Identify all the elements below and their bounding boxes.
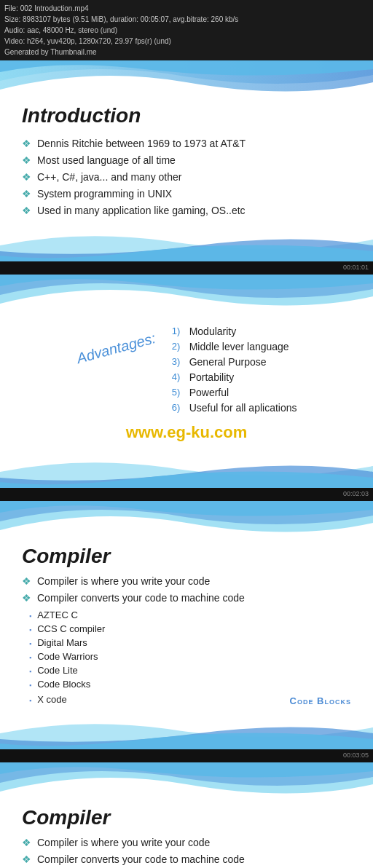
advantages-list: 1) Modularity 2) Middle lever language 3…: [172, 326, 297, 417]
adv-item-3: 3) General Purpose: [172, 356, 297, 368]
sq-icon-4: ▪: [29, 654, 31, 661]
diamond-s3-1: ❖: [22, 575, 31, 587]
adv-num-2: 2): [172, 341, 185, 352]
slide-3-main-bullets: ❖ Compiler is where you write your code …: [22, 575, 351, 604]
wave-top-3: [0, 501, 373, 537]
compiler-item-3: ▪ Digital Mars: [29, 637, 351, 648]
adv-num-6: 6): [172, 402, 185, 414]
slide-2: Advantages: 1) Modularity 2) Middle leve…: [0, 275, 373, 488]
timestamp-1: 00:01:01: [343, 264, 369, 271]
advantages-inner: Advantages: 1) Modularity 2) Middle leve…: [76, 326, 297, 417]
wave-bottom-1: [0, 232, 373, 261]
slide-1: Introduction ❖ Dennis Ritchie between 19…: [0, 60, 373, 261]
diamond-icon-5: ❖: [22, 205, 31, 216]
code-blocks-highlight-3: Code Blocks: [290, 695, 351, 706]
slide-4-content: Compiler ❖ Compiler is where you write y…: [0, 799, 373, 868]
diamond-icon-3: ❖: [22, 171, 31, 183]
sq-icon-3: ▪: [29, 640, 31, 647]
diamond-s4-1: ❖: [22, 837, 31, 848]
file-info-line1: File: 002 Introduction.mp4: [4, 3, 369, 14]
adv-item-6: 6) Useful for all aplications: [172, 402, 297, 414]
adv-item-2: 2) Middle lever language: [172, 341, 297, 352]
diamond-icon-4: ❖: [22, 188, 31, 200]
slide-4-bullet-2: ❖ Compiler converts your code to machine…: [22, 853, 351, 865]
slide-4-main-bullets: ❖ Compiler is where you write your code …: [22, 837, 351, 865]
slide-1-title: Introduction: [22, 104, 351, 127]
sq-icon-5: ▪: [29, 668, 31, 675]
slide-2-inner: Advantages: 1) Modularity 2) Middle leve…: [0, 275, 373, 488]
slide-4: Compiler ❖ Compiler is where you write y…: [0, 762, 373, 868]
slide-4-bullet-1: ❖ Compiler is where you write your code: [22, 837, 351, 848]
compiler-item-7: ▪ X code Code Blocks: [29, 693, 351, 706]
separator-2: 00:02:03: [0, 488, 373, 501]
separator-3: 00:03:05: [0, 749, 373, 762]
slide-1-bullet-5: ❖ Used in many application like gaming, …: [22, 205, 351, 216]
adv-item-1: 1) Modularity: [172, 326, 297, 337]
compiler-item-5: ▪ Code Lite: [29, 665, 351, 676]
slide-1-bullet-1: ❖ Dennis Ritchie between 1969 to 1973 at…: [22, 138, 351, 149]
adv-num-3: 3): [172, 356, 185, 368]
slide-1-bullet-4: ❖ System programming in UNIX: [22, 188, 351, 200]
website-url: www.eg-ku.com: [126, 423, 248, 448]
slide-1-inner: Introduction ❖ Dennis Ritchie between 19…: [0, 60, 373, 261]
slide-3-bullet-2: ❖ Compiler converts your code to machine…: [22, 592, 351, 604]
file-info-bar: File: 002 Introduction.mp4 Size: 8983107…: [0, 0, 373, 60]
slide-3-inner: Compiler ❖ Compiler is where you write y…: [0, 501, 373, 749]
sq-icon-7: ▪: [29, 697, 31, 704]
adv-item-5: 5) Powerful: [172, 387, 297, 398]
file-info-line2: Size: 8983107 bytes (9.51 MiB), duration…: [4, 14, 369, 25]
diamond-s4-2: ❖: [22, 853, 31, 865]
timestamp-2: 00:02:03: [343, 490, 369, 497]
slide-4-inner: Compiler ❖ Compiler is where you write y…: [0, 762, 373, 868]
slide-2-content: Advantages: 1) Modularity 2) Middle leve…: [0, 311, 373, 459]
compiler-item-4: ▪ Code Warriors: [29, 651, 351, 662]
slide-3: Compiler ❖ Compiler is where you write y…: [0, 501, 373, 749]
wave-top-1: [0, 60, 373, 97]
slide-1-bullet-2: ❖ Most used language of all time: [22, 154, 351, 166]
diamond-s3-2: ❖: [22, 592, 31, 604]
separator-1: 00:01:01: [0, 261, 373, 275]
compiler-item-2: ▪ CCS C compiler: [29, 623, 351, 634]
compiler-item-6: ▪ Code Blocks: [29, 679, 351, 690]
adv-num-5: 5): [172, 387, 185, 398]
file-info-line4: Video: h264, yuv420p, 1280x720, 29.97 fp…: [4, 36, 369, 47]
advantages-label: Advantages:: [75, 330, 157, 367]
diamond-icon-1: ❖: [22, 138, 31, 149]
wave-top-2: [0, 275, 373, 311]
sq-icon-6: ▪: [29, 682, 31, 689]
slide-1-bullet-3: ❖ C++, C#, java... and many other: [22, 171, 351, 183]
sq-icon-1: ▪: [29, 612, 31, 620]
slide-3-content: Compiler ❖ Compiler is where you write y…: [0, 537, 373, 720]
sq-icon-2: ▪: [29, 626, 31, 634]
file-info-line5: Generated by Thumbnail.me: [4, 47, 369, 58]
diamond-icon-2: ❖: [22, 154, 31, 166]
wave-bottom-2: [0, 459, 373, 488]
slide-3-title: Compiler: [22, 545, 351, 568]
adv-num-4: 4): [172, 371, 185, 383]
adv-num-1: 1): [172, 326, 185, 337]
timestamp-3: 00:03:05: [343, 751, 369, 759]
slide-4-title: Compiler: [22, 806, 351, 829]
file-info-line3: Audio: aac, 48000 Hz, stereo (und): [4, 25, 369, 36]
adv-item-4: 4) Portability: [172, 371, 297, 383]
compiler-list-3: ▪ AZTEC C ▪ CCS C compiler ▪ Digital Mar…: [22, 609, 351, 706]
slide-1-content: Introduction ❖ Dennis Ritchie between 19…: [0, 97, 373, 232]
slide-3-bullet-1: ❖ Compiler is where you write your code: [22, 575, 351, 587]
compiler-item-1: ▪ AZTEC C: [29, 609, 351, 620]
wave-top-4: [0, 762, 373, 799]
wave-bottom-3: [0, 720, 373, 749]
